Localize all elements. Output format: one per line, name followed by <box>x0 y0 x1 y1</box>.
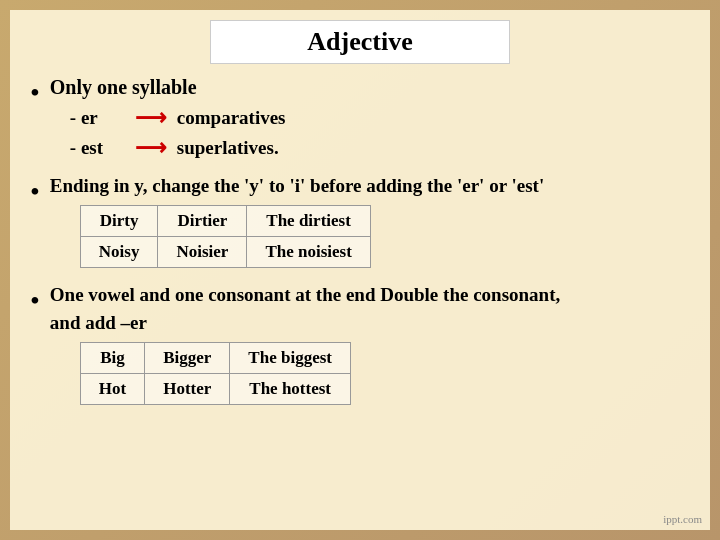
hot-base: Hot <box>80 374 144 405</box>
hot-row: Hot Hotter The hottest <box>80 374 350 405</box>
big-comparative: Bigger <box>145 343 230 374</box>
big-hot-table: Big Bigger The biggest Hot Hotter The ho… <box>80 342 351 405</box>
dirty-row: Dirty Dirtier The dirtiest <box>80 206 370 237</box>
title-box: Adjective <box>210 20 510 64</box>
est-line: - est ⟶ superlatives. <box>50 135 690 161</box>
hot-superlative: The hottest <box>230 374 351 405</box>
hot-comparative: Hotter <box>145 374 230 405</box>
superlatives-text: superlatives. <box>177 137 279 159</box>
footer-text: ippt.com <box>663 513 702 525</box>
est-arrow: ⟶ <box>135 135 167 161</box>
dirty-noisy-table: Dirty Dirtier The dirtiest Noisy Noisier… <box>80 205 371 268</box>
bullet-3-content: One vowel and one consonant at the end D… <box>50 284 690 411</box>
er-arrow: ⟶ <box>135 105 167 131</box>
big-superlative: The biggest <box>230 343 351 374</box>
est-label: - est <box>70 137 125 159</box>
bullet-2-section: • Ending in y, change the 'y' to 'i' bef… <box>30 175 690 274</box>
comparatives-text: comparatives <box>177 107 286 129</box>
big-base: Big <box>80 343 144 374</box>
noisy-row: Noisy Noisier The noisiest <box>80 237 370 268</box>
main-panel: Adjective • Only one syllable - er ⟶ com… <box>10 10 710 530</box>
bullet-2-content: Ending in y, change the 'y' to 'i' befor… <box>50 175 690 274</box>
bullet-2-title: Ending in y, change the 'y' to 'i' befor… <box>50 175 690 197</box>
big-row: Big Bigger The biggest <box>80 343 350 374</box>
noisy-base: Noisy <box>80 237 158 268</box>
noisy-comparative: Noisier <box>158 237 247 268</box>
page-title: Adjective <box>307 27 412 57</box>
bullet-3-line1: One vowel and one consonant at the end D… <box>50 284 690 306</box>
er-line: - er ⟶ comparatives <box>50 105 690 131</box>
bullet-1-title: Only one syllable <box>50 76 690 99</box>
dirty-superlative: The dirtiest <box>247 206 370 237</box>
bullet-1-content: Only one syllable - er ⟶ comparatives - … <box>50 76 690 165</box>
bullet-1-dot: • <box>30 76 40 110</box>
er-label: - er <box>70 107 125 129</box>
dirty-comparative: Dirtier <box>158 206 247 237</box>
bullet-1-section: • Only one syllable - er ⟶ comparatives … <box>30 76 690 165</box>
bullet-3-line2: and add –er <box>50 312 690 334</box>
dirty-base: Dirty <box>80 206 158 237</box>
bullet-3-section: • One vowel and one consonant at the end… <box>30 284 690 411</box>
noisy-superlative: The noisiest <box>247 237 370 268</box>
bullet-3-dot: • <box>30 284 40 318</box>
bullet-2-dot: • <box>30 175 40 209</box>
